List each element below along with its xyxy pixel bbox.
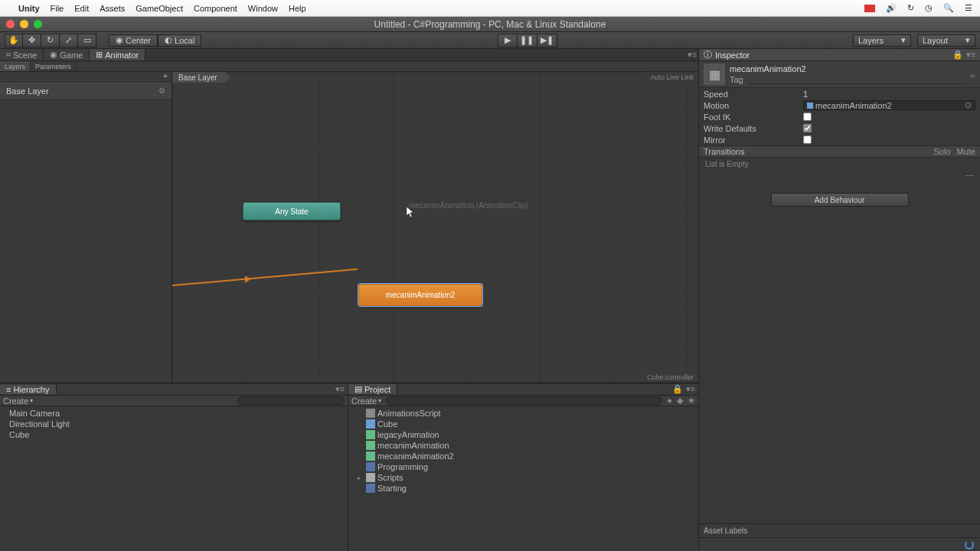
prop-writedefaults: Write Defaults [699,122,980,134]
object-picker-icon[interactable]: ⊙ [965,100,972,110]
filter-label-icon[interactable]: ◆ [677,396,683,406]
tab-animator[interactable]: ⊞Animator [90,49,145,60]
tab-project[interactable]: ▤Project [348,384,397,394]
record-icon[interactable] [864,5,875,12]
inspector-footer [699,537,980,551]
help-icon[interactable]: ⏛ [970,70,975,79]
pivot-center[interactable]: ◉Center [109,34,158,47]
add-layer-button[interactable]: + [159,72,172,81]
project-lock-icon[interactable]: 🔒 [672,384,683,394]
default-state-node[interactable]: mecanimAnimation2 [358,284,482,306]
menu-component[interactable]: Component [194,4,237,13]
project-item[interactable]: ▸Scripts [348,472,698,483]
remove-transition-button[interactable]: — [965,170,974,179]
hierarchy-search[interactable] [237,396,345,405]
menu-file[interactable]: File [51,4,64,13]
layers-tab[interactable]: Layers [0,61,31,71]
close-button[interactable] [6,20,15,28]
project-item[interactable]: AnimationsScript [348,408,698,419]
project-item[interactable]: mecanimAnimation2 [348,451,698,461]
hand-tool[interactable]: ✋ [5,34,23,47]
animator-graph[interactable]: Base Layer Auto Live Link Any State meca… [172,72,698,383]
animator-panel: Layers Parameters + Base Layer ⚙ Base La… [0,61,698,383]
project-search[interactable] [386,396,662,405]
save-search-icon[interactable]: ★ [688,396,695,406]
menu-edit[interactable]: Edit [74,4,89,13]
maximize-button[interactable] [34,20,42,28]
step-button[interactable]: ▶❚ [537,34,557,47]
animator-subbar: Layers Parameters [0,61,698,72]
project-item[interactable]: Programming [348,461,698,472]
inspector-title: Inspector [715,51,750,60]
layers-sidebar: + Base Layer ⚙ [0,72,172,383]
auto-live-link[interactable]: Auto Live Link [645,72,698,83]
menubar-right: 🔊 ↻ ◷ 🔍 ☰ [864,3,972,13]
rect-tool[interactable]: ▭ [78,34,96,47]
spotlight-icon[interactable]: 🔍 [943,3,954,13]
pivot-local[interactable]: ◐Local [158,34,201,47]
layout-dropdown[interactable]: Layout▾ [917,34,975,47]
prefab-icon [366,419,375,429]
project-item[interactable]: legacyAnimation [348,429,698,440]
scale-tool[interactable]: ⤢ [60,34,78,47]
transition-arrow-icon [245,276,250,283]
bottom-panels: ≡Hierarchy ▾≡ Create▾ Main Camera Direct… [0,383,698,551]
menu-assets[interactable]: Assets [100,4,125,13]
layer-base[interactable]: Base Layer ⚙ [0,82,172,100]
motion-field[interactable]: mecanimAnimation2 ⊙ [803,100,975,110]
sync-icon[interactable]: ↻ [907,3,914,13]
tab-game[interactable]: ◉Game [44,49,90,60]
speed-value[interactable]: 1 [803,90,975,99]
scene-icon [366,462,375,471]
play-button[interactable]: ▶ [498,34,518,47]
writedefaults-checkbox[interactable] [803,124,812,132]
mirror-checkbox[interactable] [803,135,812,144]
clock-icon[interactable]: ◷ [925,3,933,13]
layers-dropdown[interactable]: Layers▾ [853,34,911,47]
hierarchy-item[interactable]: Directional Light [0,419,348,429]
volume-icon[interactable]: 🔊 [886,3,897,13]
play-controls: ▶ ❚❚ ▶❚ [498,34,557,47]
anim-icon [366,430,375,439]
hierarchy-menu-icon[interactable]: ▾≡ [335,384,345,394]
window-titlebar: Untitled - C#Programming - PC, Mac & Lin… [0,17,980,32]
breadcrumb[interactable]: Base Layer [172,72,231,83]
menu-icon[interactable]: ☰ [965,3,972,13]
drag-ghost-label: mecanimAnimation (AnimationClip) [409,201,528,210]
hierarchy-item[interactable]: Main Camera [0,408,348,419]
filter-type-icon[interactable]: ● [667,396,672,406]
minimize-button[interactable] [20,20,28,28]
menu-window[interactable]: Window [248,4,278,13]
project-item[interactable]: Starting [348,483,698,494]
add-behaviour-button[interactable]: Add Behaviour [771,193,909,207]
hierarchy-create[interactable]: Create▾ [3,396,33,406]
motion-type-icon [807,103,813,109]
tab-scene[interactable]: ⌗Scene [0,49,44,60]
prop-mirror: Mirror [699,134,980,145]
project-item[interactable]: Cube [348,419,698,429]
anim-icon [366,452,375,461]
menu-gameobject[interactable]: GameObject [136,4,183,13]
inspector-icon: ⓘ [704,49,712,60]
inspector-menu-icon[interactable]: ▾≡ [966,50,975,60]
tab-hierarchy[interactable]: ≡Hierarchy [0,385,57,394]
move-tool[interactable]: ✥ [23,34,41,47]
footik-checkbox[interactable] [803,112,812,121]
parameters-tab[interactable]: Parameters [31,61,77,71]
hierarchy-item[interactable]: Cube [0,429,348,440]
tab-menu[interactable]: ▾≡ [686,49,698,60]
pause-button[interactable]: ❚❚ [518,34,537,47]
menu-help[interactable]: Help [289,4,306,13]
inspector-lock-icon[interactable]: 🔒 [952,50,963,60]
project-item[interactable]: mecanimAnimation [348,440,698,451]
project-create[interactable]: Create▾ [351,396,381,406]
controller-path: Cube.controller [647,373,694,381]
layer-settings-icon[interactable]: ⚙ [158,86,165,95]
any-state-node[interactable]: Any State [243,202,341,220]
tag-field[interactable] [748,75,965,84]
rotate-tool[interactable]: ↻ [41,34,60,47]
project-menu-icon[interactable]: ▾≡ [686,384,695,394]
scene-icon [366,484,375,493]
state-name-field[interactable]: mecanimAnimation2 [730,64,965,73]
app-name[interactable]: Unity [18,4,40,13]
